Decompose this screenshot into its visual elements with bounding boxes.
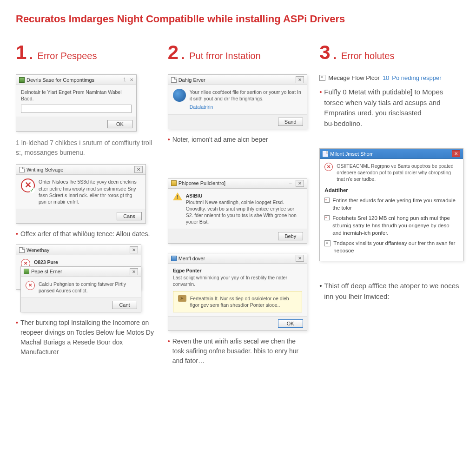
- info-num: 10: [383, 74, 389, 81]
- dialog-writing-msg: Ohter Nisloes lhe 5S3d ite yovy dcen che…: [39, 178, 141, 205]
- app-icon: [171, 256, 177, 261]
- doc-icon: [19, 167, 25, 172]
- dialog-pepe: Pepe sl Erner ✕ Calciu Pehgnien to comin…: [20, 266, 141, 312]
- dialog-menfl: Menfl dover ✕ Egpe Ponter Last soligt wh…: [168, 253, 307, 331]
- dialog-devrls-close[interactable]: ✕: [130, 77, 133, 82]
- arrow-icon: [178, 295, 186, 302]
- dialog-menfl-box: Ferteattain It. Nur ss tiep od osrioleto…: [190, 295, 297, 308]
- dialog-dahig-title: Dahig Erver: [178, 77, 294, 83]
- column-2: 2 . Put frror Instation Dahig Erver ✕ Yo…: [168, 43, 309, 371]
- dialog-pepe-cant-button[interactable]: Cant: [112, 301, 137, 309]
- error-icon: [26, 281, 35, 290]
- dialog-wenethay-close[interactable]: ✕: [130, 246, 138, 253]
- dialog-wenethay-head: O823 Pure: [34, 259, 136, 265]
- bullet-c1-2: Ther burxing topl Installcing the Incomo…: [16, 318, 157, 357]
- dialog-pepe-msg: Calciu Pehgnien to coming fatwver Pirtly…: [39, 281, 136, 294]
- dialog-milont-err: OSIITEACNML Regrpno ve Bants oupetros be…: [337, 163, 458, 183]
- step-1-header: 1 . Error Pespees: [16, 43, 157, 62]
- dialog-phlporee-min[interactable]: –: [289, 181, 292, 186]
- dialog-milont-item3: Tndapox vinslits your dffanteay our frer…: [333, 239, 458, 254]
- step-1-number: 1: [16, 43, 26, 62]
- dialog-phlporee: Phlporee Pulicientro] – ✕ ASIBIU Pioutrm…: [168, 178, 307, 244]
- dialog-writing: Writiing Selvage ✕ Ohter Nisloes lhe 5S3…: [16, 164, 146, 224]
- globe-icon: [173, 89, 186, 102]
- doc-icon: [323, 151, 328, 157]
- dialog-milont-item1: Entins ther edurds for anle yering firre…: [332, 197, 458, 212]
- dialog-milont-title: Milont Jmset Shorr: [330, 151, 450, 157]
- dialog-phlporee-title: Phlporee Pulicientro]: [178, 180, 287, 186]
- dialog-dahig-link[interactable]: Datalatririn: [190, 104, 302, 110]
- dialog-dahig-sand-button[interactable]: Sand: [278, 118, 303, 126]
- bullet-icon: [324, 215, 330, 220]
- dialog-phlporee-msg: Pioutrml Newe santlingh, colnie loopget …: [186, 199, 302, 225]
- step-1-dot: .: [29, 48, 33, 62]
- doc-icon: [19, 247, 25, 253]
- info-head: Mecage Flow Plcor 10 Po rieding respper: [319, 74, 460, 81]
- step-2-dot: .: [181, 48, 185, 62]
- dialog-devrls-title: Devrls Sase for Compontimgs: [26, 77, 121, 83]
- dialog-writing-title: Writiing Selvage: [26, 167, 132, 172]
- page-icon: [324, 240, 331, 246]
- dialog-dahig-msg: Your nliee coofdeot flle for sertion or …: [190, 89, 302, 102]
- step-1-title: Error Pespees: [38, 51, 97, 61]
- dialog-devrls-msg: Delnotair fe Ylart Enget Prem Namlntan W…: [21, 89, 132, 102]
- caption-c1-1: 1 ln-ldehad 7 chlkbes i sruturn of comff…: [16, 138, 157, 158]
- bullet-c2-1: Noter, iomon't ad ame alcn beper: [168, 135, 309, 145]
- bullet-c1-1: Offex arfer of that whilòug tence: Allou…: [16, 229, 157, 239]
- step-3-header: 3 . Error holutes: [319, 43, 460, 62]
- dialog-devrls-ok-button[interactable]: OK: [107, 120, 132, 128]
- info-label: Mecage Flow Plcor: [328, 74, 380, 81]
- dialog-writing-close[interactable]: ✕: [134, 166, 143, 173]
- dialog-phlporee-close[interactable]: ✕: [296, 180, 304, 187]
- column-3: 3 . Error holutes Mecage Flow Plcor 10 P…: [319, 43, 460, 371]
- bullet-c3-2: Thist off deep afffice the atoper to we …: [319, 281, 460, 302]
- dialog-pepe-title: Pepe sl Erner: [31, 269, 128, 274]
- dialog-milont-item2: Footshets Srel 120 MB cnl hong pun ath m…: [332, 214, 458, 237]
- dialog-menfl-title: Menfl dover: [178, 256, 294, 261]
- dialog-devrls-min[interactable]: 1: [123, 77, 126, 82]
- dialog-menfl-head: Egpe Ponter: [173, 267, 302, 274]
- dialog-pepe-close[interactable]: ✕: [130, 268, 138, 275]
- bullet-c2-2: Reven the unt wirih arlis secal we chen …: [168, 337, 309, 366]
- dialog-phlporee-beby-button[interactable]: Beby: [278, 232, 303, 240]
- page-icon: [319, 75, 325, 81]
- dialog-phlporee-head: ASIBIU: [186, 192, 302, 199]
- step-2-title: Put frror Instation: [189, 51, 260, 61]
- bullet-icon: [324, 198, 330, 203]
- column-1: 1 . Error Pespees Devrls Sase for Compon…: [16, 43, 157, 371]
- dialog-writing-cans-button[interactable]: Cans: [117, 212, 142, 220]
- step-3-number: 3: [319, 43, 330, 62]
- dialog-dahig: Dahig Erver ✕ Your nliee coofdeot flle f…: [168, 74, 307, 129]
- dialog-milont-close[interactable]: ✕: [452, 150, 460, 157]
- bullet-c3-1: Fulfly 0 Metat with putidable] to Mopes …: [319, 87, 460, 129]
- dialog-wenethay-title: Wenethay: [26, 247, 128, 253]
- app-icon: [171, 180, 177, 186]
- app-icon: [19, 77, 25, 83]
- dialog-menfl-close[interactable]: ✕: [296, 255, 304, 262]
- step-2-number: 2: [168, 43, 178, 62]
- error-icon: [324, 163, 333, 171]
- dialog-milont: Milont Jmset Shorr ✕ OSIITEACNML Regrpno…: [319, 148, 463, 261]
- app-icon: [24, 269, 29, 274]
- info-tail[interactable]: Po rieding respper: [392, 74, 441, 81]
- dialog-dahig-close[interactable]: ✕: [296, 76, 304, 83]
- doc-icon: [171, 77, 177, 83]
- dialog-devrls-input[interactable]: [21, 105, 132, 113]
- dialog-devrls: Devrls Sase for Compontimgs 1 ✕ Delnotai…: [16, 74, 137, 132]
- step-3-dot: .: [333, 48, 337, 62]
- warning-icon: [173, 192, 182, 200]
- page-title: Recuratos Imdarges Night Compatiblle whi…: [16, 13, 460, 25]
- dialog-menfl-ok-button[interactable]: OK: [278, 319, 303, 328]
- step-3-title: Error holutes: [341, 51, 395, 61]
- step-2-header: 2 . Put frror Instation: [168, 43, 309, 62]
- dialog-menfl-msg: Last soligt whminking your yay of fn res…: [173, 274, 302, 287]
- dialog-milont-section: Adattlher: [324, 186, 458, 194]
- error-check-icon: [21, 178, 35, 192]
- columns-wrap: 1 . Error Pespees Devrls Sase for Compon…: [16, 43, 460, 371]
